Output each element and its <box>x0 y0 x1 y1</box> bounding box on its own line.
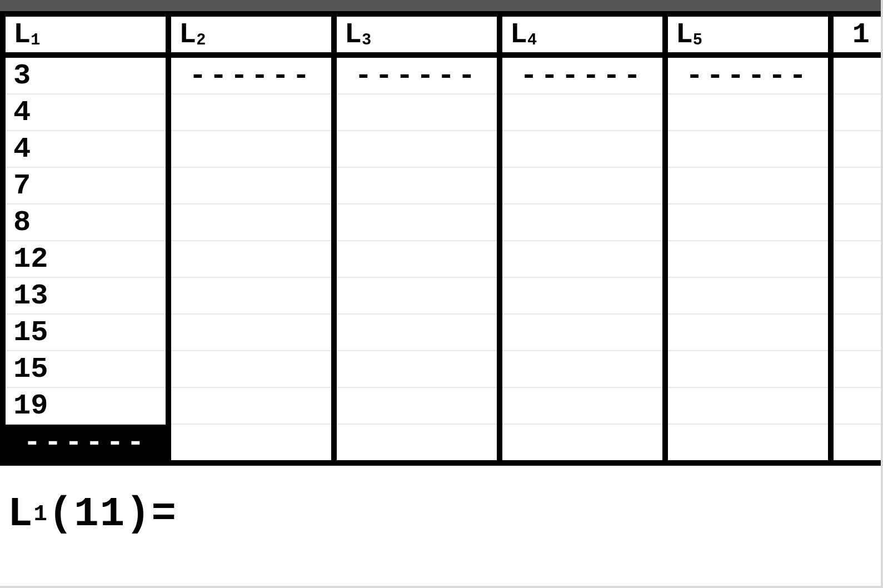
list-cell[interactable] <box>665 277 831 314</box>
end-of-list-icon: ------ <box>355 59 478 92</box>
end-of-list-icon: ------ <box>189 59 313 92</box>
list-cell[interactable]: ------ <box>3 424 168 463</box>
table-row: 12 <box>3 241 881 277</box>
col-label-main: L <box>179 18 196 51</box>
list-cell[interactable] <box>665 424 831 463</box>
list-cell[interactable]: 15 <box>3 351 168 387</box>
list-cell[interactable]: ------ <box>334 55 500 94</box>
list-cell[interactable] <box>665 241 831 277</box>
list-cell[interactable] <box>334 204 500 241</box>
list-cell[interactable] <box>665 131 831 167</box>
list-cell[interactable] <box>500 94 665 131</box>
table-row: 3------------------------ <box>3 55 881 94</box>
list-cell[interactable] <box>665 204 831 241</box>
entry-close-paren: ) <box>126 491 151 537</box>
list-cell[interactable]: 8 <box>3 204 168 241</box>
list-cell[interactable] <box>334 314 500 351</box>
list-cell[interactable] <box>500 277 665 314</box>
list-cell[interactable] <box>334 241 500 277</box>
table-row: 7 <box>3 167 881 204</box>
list-cell[interactable] <box>168 277 334 314</box>
list-cell[interactable] <box>500 351 665 387</box>
col-label-main: L <box>676 18 693 51</box>
list-cell[interactable] <box>168 204 334 241</box>
list-cell[interactable]: 12 <box>3 241 168 277</box>
table-row: ------ <box>3 424 881 463</box>
column-header-L4[interactable]: L4 <box>500 14 665 55</box>
column-header-L3[interactable]: L3 <box>334 14 500 55</box>
row-index-cell <box>831 94 881 131</box>
row-index-cell <box>831 277 881 314</box>
column-header-row: L1 L2 L3 L4 L5 1 <box>3 14 881 55</box>
calculator-list-editor: L1 L2 L3 L4 L5 1 <box>0 0 883 588</box>
table-row: 15 <box>3 351 881 387</box>
list-cell[interactable] <box>500 241 665 277</box>
list-cell[interactable] <box>334 424 500 463</box>
list-cell[interactable] <box>665 94 831 131</box>
entry-line[interactable]: L1(11)= <box>0 466 881 586</box>
col-label-sub: 4 <box>527 31 538 49</box>
list-cell[interactable] <box>168 424 334 463</box>
col-label-sub: 5 <box>693 31 704 49</box>
col-label-main: L <box>510 18 527 51</box>
list-cell[interactable] <box>500 314 665 351</box>
list-cell[interactable] <box>334 131 500 167</box>
list-cell[interactable]: ------ <box>500 55 665 94</box>
list-cell[interactable] <box>665 167 831 204</box>
list-cell[interactable]: 7 <box>3 167 168 204</box>
list-cell[interactable] <box>334 387 500 424</box>
window-titlebar <box>0 0 881 11</box>
col-label-sub: 1 <box>31 31 41 49</box>
entry-list-main: L <box>8 491 33 537</box>
list-cell[interactable]: 15 <box>3 314 168 351</box>
row-index-cell <box>831 424 881 463</box>
list-cell[interactable] <box>168 387 334 424</box>
column-header-L1[interactable]: L1 <box>3 14 168 55</box>
list-cell[interactable]: 4 <box>3 131 168 167</box>
entry-equals: = <box>152 491 177 537</box>
row-index-cell <box>831 167 881 204</box>
list-cell[interactable] <box>334 277 500 314</box>
list-table[interactable]: L1 L2 L3 L4 L5 1 <box>0 11 881 466</box>
row-index-cell <box>831 314 881 351</box>
list-cell[interactable] <box>168 351 334 387</box>
col-label-sub: 2 <box>196 31 207 49</box>
row-index-cell <box>831 204 881 241</box>
column-header-L2[interactable]: L2 <box>168 14 334 55</box>
list-cell[interactable] <box>168 241 334 277</box>
table-row: 19 <box>3 387 881 424</box>
row-index-cell <box>831 131 881 167</box>
list-cell[interactable] <box>334 94 500 131</box>
column-header-L5[interactable]: L5 <box>665 14 831 55</box>
entry-open-paren: ( <box>48 491 74 537</box>
table-row: 15 <box>3 314 881 351</box>
list-cell[interactable] <box>334 167 500 204</box>
list-cell[interactable] <box>500 387 665 424</box>
list-cell[interactable]: 19 <box>3 387 168 424</box>
list-cell[interactable]: 13 <box>3 277 168 314</box>
entry-index: 11 <box>74 491 126 537</box>
list-cell[interactable] <box>500 424 665 463</box>
table-row: 8 <box>3 204 881 241</box>
list-cell[interactable] <box>168 94 334 131</box>
list-cell[interactable] <box>168 131 334 167</box>
row-index-cell <box>831 351 881 387</box>
list-cell[interactable] <box>665 351 831 387</box>
row-index-cell <box>831 387 881 424</box>
list-cell[interactable] <box>500 204 665 241</box>
list-cell[interactable]: ------ <box>168 55 334 94</box>
list-cell[interactable] <box>168 167 334 204</box>
list-cell[interactable]: 3 <box>3 55 168 94</box>
list-cell[interactable]: 4 <box>3 94 168 131</box>
list-cell[interactable] <box>665 387 831 424</box>
list-cell[interactable] <box>334 351 500 387</box>
end-of-list-icon: ------ <box>520 59 644 92</box>
list-cell[interactable] <box>500 167 665 204</box>
list-cell[interactable] <box>665 314 831 351</box>
col-label-main: L <box>13 18 31 51</box>
entry-list-sub: 1 <box>33 501 48 527</box>
list-cell[interactable]: ------ <box>665 55 831 94</box>
list-cell[interactable] <box>500 131 665 167</box>
row-index-header-value: 1 <box>852 18 870 51</box>
list-cell[interactable] <box>168 314 334 351</box>
